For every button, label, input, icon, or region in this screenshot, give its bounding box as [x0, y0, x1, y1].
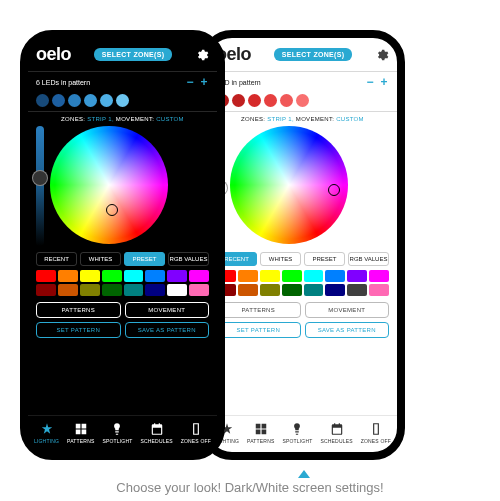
- save-as-pattern-button[interactable]: SAVE AS PATTERN: [125, 322, 210, 338]
- remove-led-button[interactable]: −: [185, 76, 195, 88]
- color-wheel-knob[interactable]: [106, 204, 118, 216]
- color-swatch[interactable]: [52, 94, 65, 107]
- tab-recent[interactable]: RECENT: [36, 252, 77, 266]
- led-pattern-row: LED in pattern − +: [208, 72, 397, 92]
- color-swatch[interactable]: [58, 270, 78, 282]
- color-swatch[interactable]: [189, 270, 209, 282]
- color-swatch[interactable]: [80, 284, 100, 296]
- nav-zones-off[interactable]: ZONES OFF: [181, 422, 211, 444]
- led-count-label: 6 LEDs in pattern: [36, 79, 90, 86]
- color-swatch[interactable]: [58, 284, 78, 296]
- color-swatch[interactable]: [102, 284, 122, 296]
- set-pattern-button[interactable]: SET PATTERN: [216, 322, 301, 338]
- color-wheel-knob[interactable]: [328, 184, 340, 196]
- select-zone-button[interactable]: SELECT ZONE(S): [94, 48, 173, 61]
- color-swatch[interactable]: [167, 284, 187, 296]
- zones-off-icon: [189, 422, 203, 436]
- zones-off-icon: [369, 422, 383, 436]
- color-swatch[interactable]: [260, 270, 280, 282]
- tab-preset[interactable]: PRESET: [304, 252, 345, 266]
- settings-icon[interactable]: [375, 48, 389, 62]
- nav-schedules[interactable]: SCHEDULES: [320, 422, 352, 444]
- color-swatch[interactable]: [84, 94, 97, 107]
- remove-led-button[interactable]: −: [365, 76, 375, 88]
- color-swatch[interactable]: [347, 284, 367, 296]
- color-swatch[interactable]: [296, 94, 309, 107]
- slider-knob[interactable]: [33, 171, 47, 185]
- nav-lighting[interactable]: LIGHTING: [34, 422, 59, 444]
- color-swatch[interactable]: [124, 270, 144, 282]
- color-swatch[interactable]: [280, 94, 293, 107]
- color-swatch[interactable]: [369, 284, 389, 296]
- nav-patterns[interactable]: PATTERNS: [67, 422, 95, 444]
- settings-icon[interactable]: [195, 48, 209, 62]
- tab-preset[interactable]: PRESET: [124, 252, 165, 266]
- led-pattern-row: 6 LEDs in pattern − +: [28, 72, 217, 92]
- color-swatch[interactable]: [282, 270, 302, 282]
- color-swatch[interactable]: [167, 270, 187, 282]
- tab-whites[interactable]: WHITES: [260, 252, 301, 266]
- color-swatch[interactable]: [189, 284, 209, 296]
- color-swatch[interactable]: [260, 284, 280, 296]
- patterns-icon: [254, 422, 268, 436]
- tab-whites[interactable]: WHITES: [80, 252, 121, 266]
- color-swatch[interactable]: [238, 284, 258, 296]
- patterns-button[interactable]: PATTERNS: [36, 302, 121, 318]
- color-swatch[interactable]: [238, 270, 258, 282]
- patterns-button[interactable]: PATTERNS: [216, 302, 301, 318]
- color-swatch[interactable]: [248, 94, 261, 107]
- nav-spotlight[interactable]: SPOTLIGHT: [102, 422, 132, 444]
- select-zone-button[interactable]: SELECT ZONE(S): [274, 48, 353, 61]
- color-swatch[interactable]: [304, 284, 324, 296]
- color-wheel[interactable]: [50, 126, 168, 244]
- color-swatch[interactable]: [68, 94, 81, 107]
- phone-dark-mode: oelo SELECT ZONE(S) 6 LEDs in pattern − …: [20, 30, 225, 460]
- color-swatch[interactable]: [124, 284, 144, 296]
- schedules-icon: [330, 422, 344, 436]
- nav-zones-off[interactable]: ZONES OFF: [361, 422, 391, 444]
- color-wheel[interactable]: [230, 126, 348, 244]
- led-swatch-strip: [208, 92, 397, 111]
- color-swatch[interactable]: [145, 284, 165, 296]
- top-bar: oelo SELECT ZONE(S): [28, 38, 217, 71]
- tab-rgb[interactable]: RGB VALUES: [348, 252, 389, 266]
- movement-button[interactable]: MOVEMENT: [125, 302, 210, 318]
- color-source-tabs: RECENT WHITES PRESET RGB VALUES: [28, 246, 217, 270]
- color-swatch[interactable]: [232, 94, 245, 107]
- color-swatch[interactable]: [347, 270, 367, 282]
- color-swatch[interactable]: [36, 284, 56, 296]
- patterns-icon: [74, 422, 88, 436]
- spotlight-icon: [110, 422, 124, 436]
- nav-schedules[interactable]: SCHEDULES: [140, 422, 172, 444]
- color-swatch[interactable]: [116, 94, 129, 107]
- color-swatch[interactable]: [36, 270, 56, 282]
- zone-movement-label: ZONES: STRIP 1, MOVEMENT: CUSTOM: [208, 112, 397, 126]
- color-swatch[interactable]: [369, 270, 389, 282]
- bottom-nav: LIGHTING PATTERNS SPOTLIGHT SCHEDULES ZO…: [28, 415, 217, 452]
- nav-patterns[interactable]: PATTERNS: [247, 422, 275, 444]
- save-as-pattern-button[interactable]: SAVE AS PATTERN: [305, 322, 390, 338]
- color-swatch[interactable]: [325, 284, 345, 296]
- movement-button[interactable]: MOVEMENT: [305, 302, 390, 318]
- brightness-slider[interactable]: [36, 126, 44, 246]
- top-bar: oelo SELECT ZONE(S): [208, 38, 397, 71]
- color-swatch[interactable]: [145, 270, 165, 282]
- add-led-button[interactable]: +: [379, 76, 389, 88]
- color-swatch[interactable]: [36, 94, 49, 107]
- spotlight-icon: [290, 422, 304, 436]
- color-swatch[interactable]: [325, 270, 345, 282]
- caret-up-icon: [298, 470, 310, 478]
- add-led-button[interactable]: +: [199, 76, 209, 88]
- color-swatch[interactable]: [102, 270, 122, 282]
- color-swatch[interactable]: [282, 284, 302, 296]
- nav-spotlight[interactable]: SPOTLIGHT: [282, 422, 312, 444]
- color-swatch[interactable]: [80, 270, 100, 282]
- color-swatch[interactable]: [264, 94, 277, 107]
- caption-text: Choose your look! Dark/White screen sett…: [0, 480, 500, 495]
- tab-rgb[interactable]: RGB VALUES: [168, 252, 209, 266]
- phone-light-mode: oelo SELECT ZONE(S) LED in pattern − + Z…: [200, 30, 405, 460]
- lighting-icon: [40, 422, 54, 436]
- set-pattern-button[interactable]: SET PATTERN: [36, 322, 121, 338]
- color-swatch[interactable]: [304, 270, 324, 282]
- color-swatch[interactable]: [100, 94, 113, 107]
